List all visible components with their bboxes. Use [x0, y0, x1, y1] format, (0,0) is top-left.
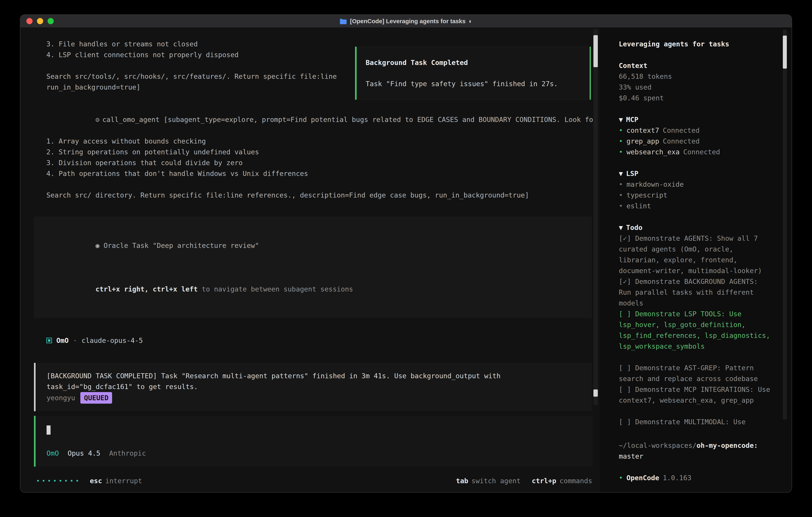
lsp-section: ▼LSP • markdown-oxide • typescript • esl… [619, 168, 771, 211]
workspace-prefix: ~/local-workspaces/ [619, 441, 697, 450]
model-line: OmO Opus 4.5 Anthropic [47, 448, 582, 459]
minimize-button[interactable] [37, 18, 43, 24]
esc-label: interrupt [105, 477, 142, 485]
message-block: [BACKGROUND TASK COMPLETED] Task "Resear… [34, 363, 592, 411]
background-task-notification: Background Task Completed Task "Find typ… [355, 47, 591, 100]
bullet-icon: • [619, 179, 623, 190]
bullet-icon: • [619, 146, 623, 157]
lsp-section-toggle[interactable]: ▼LSP [619, 168, 771, 179]
commands-hint: ctrl+p commands [532, 477, 592, 485]
app-window: [OpenCode] Leveraging agents for tasks ◐… [20, 15, 792, 493]
agent-square-icon [46, 338, 52, 343]
message-author: yeongyu [47, 392, 75, 403]
bullet-icon: • [619, 472, 623, 483]
mcp-section-toggle[interactable]: ▼MCP [619, 114, 771, 125]
git-branch: master [619, 451, 771, 462]
tool-call-first-line: call_omo_agent [subagent_type=explore, p… [102, 115, 597, 124]
mcp-item: • websearch_exa Connected [619, 146, 771, 157]
main-scrollbar-thumb-secondary[interactable] [593, 389, 598, 397]
bullet-icon: • [619, 190, 623, 200]
tool-call-lines: 1. Array access without bounds checking2… [46, 136, 582, 200]
lsp-item: • typescript [619, 190, 771, 200]
todo-item-active: [ ] Demonstrate LSP TOOLS: Use lsp_hover… [619, 308, 771, 352]
input-agent-name: OmO [47, 448, 59, 459]
gear-icon: ⚙ [95, 115, 99, 124]
chevron-down-icon: ▼ [619, 115, 623, 124]
todo-item: [ ] Demonstrate MCP INTEGRATIONS: Use co… [619, 384, 771, 406]
message-meta: yeongyu QUEUED [47, 392, 584, 404]
close-button[interactable] [26, 18, 33, 24]
tab-label: switch agent [471, 477, 521, 485]
todo-item: [ ] Demonstrate AST-GREP: Pattern search… [619, 362, 771, 384]
todo-section-toggle[interactable]: ▼Todo [619, 222, 771, 233]
context-section: Context 66,518 tokens 33% used $0.46 spe… [619, 60, 771, 103]
status-badge: QUEUED [80, 392, 112, 404]
workspace-name: oh-my-opencode: [697, 441, 758, 450]
todo-item: [✓] Demonstrate BACKGROUND AGENTS: Run p… [619, 276, 771, 308]
window-title-text: [OpenCode] Leveraging agents for tasks [350, 18, 466, 25]
app-name: OpenCode [627, 472, 659, 483]
input-model-provider: Anthropic [109, 448, 146, 459]
main-scrollbar[interactable] [593, 29, 598, 405]
bullet-icon: • [619, 125, 623, 136]
tab-key: tab [456, 477, 468, 485]
mcp-section: ▼MCP • context7 Connected • grep_app Con… [619, 114, 771, 157]
bullet-icon: • [619, 200, 623, 211]
agent-header: OmO · claude-opus-4-5 [46, 335, 582, 346]
notification-body: Task "Find type safety issues" finished … [366, 78, 581, 89]
todo-item: [ ] Demonstrate MULTIMODAL: Use [619, 416, 771, 427]
main-scrollbar-thumb[interactable] [593, 35, 598, 67]
context-heading: Context [619, 60, 771, 71]
context-spent: $0.46 spent [619, 92, 771, 103]
hint-keys: ctrl+x right, ctrl+x left [95, 285, 198, 293]
record-icon: ◉ [95, 242, 99, 249]
sidebar: Leveraging agents for tasks Context 66,5… [600, 28, 792, 492]
bullet-icon: • [619, 136, 623, 146]
esc-key: esc [90, 477, 102, 485]
status-bar: •••••••• esc interrupt tab switch agent … [20, 472, 600, 492]
mcp-item: • context7 Connected [619, 125, 771, 136]
message-line: [BACKGROUND TASK COMPLETED] Task "Resear… [47, 371, 584, 381]
chevron-down-icon: ▼ [619, 223, 623, 232]
mcp-item: • grep_app Connected [619, 136, 771, 146]
commands-label: commands [559, 477, 592, 485]
main-panel: 3. File handles or streams not closed4. … [20, 28, 600, 492]
titlebar: [OpenCode] Leveraging agents for tasks ◐ [20, 15, 792, 28]
todo-item: [✓] Demonstrate AGENTS: Show all 7 curat… [619, 233, 771, 276]
context-used: 33% used [619, 82, 771, 92]
app-version: 1.0.163 [663, 472, 691, 483]
sidebar-scrollbar[interactable] [783, 30, 787, 419]
esc-hint: esc interrupt [90, 477, 142, 485]
tab-hint: tab switch agent [456, 477, 521, 485]
window-title: [OpenCode] Leveraging agents for tasks ◐ [340, 18, 472, 25]
session-progress-icon: ◐ [469, 18, 472, 25]
tool-call-block: ⚙call_omo_agent [subagent_type=explore, … [46, 103, 582, 200]
session-title: Leveraging agents for tasks [619, 38, 771, 49]
text-cursor [47, 426, 51, 435]
lsp-item: • markdown-oxide [619, 179, 771, 190]
folder-icon [340, 18, 347, 24]
input-model-name: Opus 4.5 [67, 448, 100, 459]
todo-section: ▼Todo [✓] Demonstrate AGENTS: Show all 7… [619, 222, 771, 427]
chevron-down-icon: ▼ [619, 169, 623, 178]
commands-key: ctrl+p [532, 477, 556, 485]
message-line: task_id="bg_dcfac161" to get results. [47, 381, 584, 392]
oracle-task-panel[interactable]: ◉ Oracle Task "Deep architecture review"… [34, 217, 592, 318]
conversation-scroll-area[interactable]: 3. File handles or streams not closed4. … [20, 28, 600, 412]
agent-model: claude-opus-4-5 [82, 335, 143, 346]
workspace-path: ~/local-workspaces/oh-my-opencode: maste… [619, 440, 771, 462]
subagent-nav-hint: ctrl+x right, ctrl+x left to navigate be… [46, 273, 584, 305]
hint-text: to navigate between subagent sessions [198, 285, 353, 293]
zoom-button[interactable] [48, 18, 54, 24]
context-tokens: 66,518 tokens [619, 71, 771, 82]
spinner-dots: •••••••• [36, 478, 81, 484]
prompt-input[interactable]: OmO Opus 4.5 Anthropic [34, 416, 593, 467]
oracle-task-title: Oracle Task "Deep architecture review" [104, 242, 259, 249]
agent-name: OmO [56, 335, 68, 346]
notification-title: Background Task Completed [366, 57, 581, 68]
app-version-footer: • OpenCode 1.0.163 [619, 472, 771, 483]
agent-separator: · [73, 335, 77, 346]
traffic-lights [26, 15, 54, 27]
sidebar-scrollbar-thumb[interactable] [783, 35, 787, 69]
lsp-item: • eslint [619, 200, 771, 211]
